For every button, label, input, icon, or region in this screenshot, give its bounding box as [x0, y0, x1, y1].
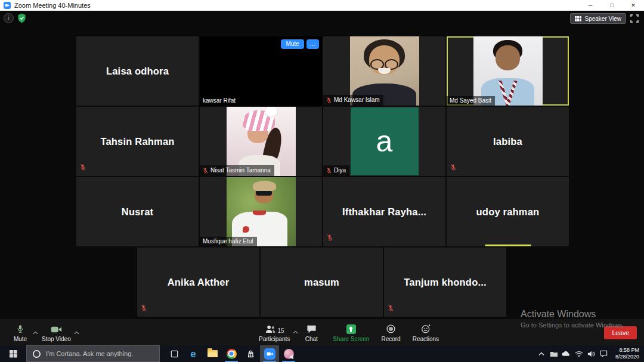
participants-count-badge: 15 — [278, 327, 284, 334]
mute-label: Mute — [14, 336, 27, 342]
share-screen-label: Share Screen — [333, 336, 369, 342]
speaker-view-button[interactable]: Speaker View — [570, 13, 626, 24]
participant-photo — [473, 36, 543, 106]
tile-mute-button[interactable]: Mute — [281, 39, 304, 49]
muted-mic-icon — [450, 163, 456, 174]
video-camera-icon — [51, 325, 62, 334]
meeting-info-icon[interactable]: i — [4, 13, 14, 23]
participant-name-center: Anika Akther — [137, 247, 259, 317]
video-grid-main: Laisa odhora Mute ... kawsar Rifat — [76, 36, 569, 246]
wifi-icon[interactable] — [573, 351, 585, 357]
participant-tile[interactable]: labiba — [447, 107, 569, 176]
participant-tile[interactable]: Laisa odhora — [76, 36, 199, 106]
leave-button[interactable]: Leave — [604, 326, 637, 339]
encryption-shield-icon[interactable] — [17, 13, 26, 23]
window-title: Zoom Meeting 40-Minutes — [14, 2, 91, 9]
participant-name-center: Tanjum khondo... — [384, 247, 506, 317]
reactions-label: Reactions — [413, 336, 439, 342]
participant-name-center: labiba — [447, 107, 569, 176]
video-options-caret[interactable] — [74, 326, 79, 337]
participants-label: Participants — [259, 336, 290, 342]
participant-tile[interactable]: Tanjum khondo... — [384, 247, 506, 317]
window-titlebar: Zoom Meeting 40-Minutes ─ □ ✕ — [0, 0, 644, 11]
record-icon — [386, 324, 396, 334]
microphone-icon — [16, 324, 25, 334]
video-grid-bottom: Anika Akther masum Tanjum khondo... — [76, 247, 567, 317]
participant-name-label: Diya — [323, 165, 349, 176]
participant-tile[interactable]: Anika Akther — [137, 247, 259, 317]
share-screen-button[interactable]: Share Screen — [327, 320, 375, 345]
participant-name-label: Nisat Tasmin Tamanna — [200, 165, 274, 176]
participant-tile[interactable]: udoy rahman — [447, 177, 569, 246]
chat-button[interactable]: Chat — [296, 320, 327, 345]
active-speaker-underline — [485, 245, 531, 246]
photos-app-icon[interactable] — [279, 345, 298, 362]
muted-mic-icon — [326, 167, 332, 174]
muted-mic-icon — [141, 304, 147, 314]
clock-time: 8:58 PM — [615, 347, 639, 354]
participant-tile[interactable]: masum — [261, 247, 383, 317]
participants-icon — [265, 324, 276, 334]
participant-tile[interactable]: Nisat Tasmin Tamanna — [200, 107, 322, 176]
task-view-button[interactable] — [165, 345, 184, 362]
action-center-icon[interactable] — [598, 350, 610, 357]
record-button[interactable]: Record — [375, 320, 406, 345]
mute-button[interactable]: Mute — [5, 321, 36, 345]
meeting-window: i Speaker View Laisa odhora Mute ... kaw… — [0, 11, 644, 345]
record-label: Record — [381, 336, 400, 342]
fullscreen-icon[interactable] — [630, 14, 639, 23]
participant-name-label: Md Kawsar Islam — [323, 95, 383, 106]
participant-tile[interactable]: Ifthakhar Rayha... — [323, 177, 445, 246]
participant-tile[interactable]: Nusrat — [76, 177, 199, 246]
participant-name-center: Laisa odhora — [76, 36, 199, 106]
grid-view-icon — [575, 16, 581, 21]
volume-icon[interactable] — [586, 351, 597, 357]
reactions-button[interactable]: Reactions — [407, 320, 445, 345]
participant-name-label: Md Sayed Basit — [447, 96, 495, 106]
muted-mic-icon — [326, 97, 332, 104]
edge-browser-icon[interactable]: e — [184, 345, 203, 362]
muted-mic-icon — [203, 167, 208, 174]
participants-button[interactable]: 15 Participants — [253, 320, 296, 345]
tray-clock[interactable]: 8:58 PM 8/28/2020 — [613, 347, 642, 361]
search-placeholder: I'm Cortana. Ask me anything. — [46, 350, 133, 357]
meeting-toolbar: Mute Stop Video — [0, 319, 644, 345]
participant-avatar: a — [351, 107, 419, 175]
chat-icon — [306, 324, 317, 334]
participant-photo — [227, 177, 296, 246]
share-screen-icon — [346, 324, 356, 334]
windows-taskbar: I'm Cortana. Ask me anything. e — [0, 345, 644, 362]
close-button[interactable]: ✕ — [623, 0, 644, 11]
zoom-app-icon[interactable] — [260, 345, 279, 362]
participant-name-label: Musfique hafiz Etul — [200, 237, 257, 246]
zoom-logo-icon — [4, 2, 11, 9]
tray-folder-icon[interactable] — [548, 351, 560, 357]
muted-mic-icon — [327, 233, 333, 244]
start-button[interactable] — [0, 345, 26, 362]
microsoft-store-icon[interactable] — [241, 345, 260, 362]
clock-date: 8/28/2020 — [615, 354, 639, 360]
tray-chevron-up-icon[interactable] — [535, 352, 547, 356]
file-explorer-icon[interactable] — [203, 345, 222, 362]
tile-more-button[interactable]: ... — [306, 39, 319, 49]
stop-video-label: Stop Video — [42, 336, 71, 342]
participant-tile[interactable]: Md Kawsar Islam — [323, 36, 445, 106]
participant-name-center: Ifthakhar Rayha... — [323, 177, 445, 246]
participant-tile[interactable]: Tahsin Rahman — [76, 107, 199, 176]
chat-label: Chat — [305, 336, 318, 342]
minimize-button[interactable]: ─ — [580, 0, 601, 11]
chrome-browser-icon[interactable] — [222, 345, 241, 362]
participant-tile[interactable]: a Diya — [323, 107, 445, 176]
participant-name-center: masum — [261, 247, 383, 317]
speaker-view-label: Speaker View — [584, 16, 621, 22]
cortana-icon — [32, 349, 41, 358]
maximize-button[interactable]: □ — [601, 0, 623, 11]
stop-video-button[interactable]: Stop Video — [36, 321, 77, 345]
cortana-search-box[interactable]: I'm Cortana. Ask me anything. — [26, 345, 160, 362]
muted-mic-icon — [388, 304, 394, 314]
onedrive-cloud-icon[interactable] — [561, 351, 572, 357]
muted-mic-icon — [80, 163, 86, 174]
participant-tile[interactable]: Mute ... kawsar Rifat — [200, 36, 322, 106]
participant-tile[interactable]: Musfique hafiz Etul — [200, 177, 322, 246]
participant-tile[interactable]: Md Sayed Basit — [447, 36, 569, 106]
